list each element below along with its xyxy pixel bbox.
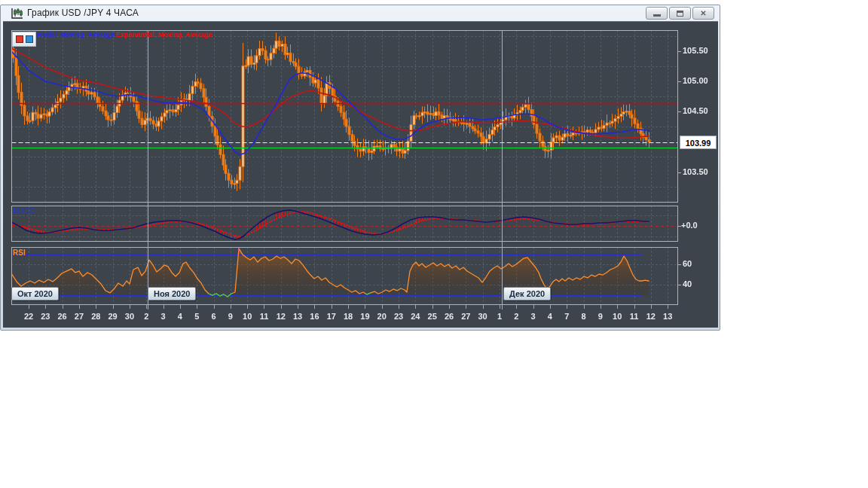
window-title: График USD /JPY 4 ЧАСА [27,8,139,18]
restore-button[interactable] [669,7,691,20]
indicator-toolbar [12,32,36,47]
chart-canvas[interactable] [0,0,868,346]
red-indicator-button[interactable] [16,35,23,43]
minimize-button[interactable] [646,7,668,20]
close-button[interactable]: ✕ [692,7,714,20]
window-controls: ✕ [646,7,714,20]
blue-indicator-button[interactable] [26,35,33,43]
desktop: График USD /JPY 4 ЧАСА ✕ Exponential_Mov… [0,0,868,488]
restore-icon [677,11,683,17]
window-titlebar[interactable]: График USD /JPY 4 ЧАСА ✕ [0,5,720,21]
candlestick-chart-icon [11,8,23,19]
close-icon: ✕ [700,10,706,17]
minimize-icon [653,14,661,17]
